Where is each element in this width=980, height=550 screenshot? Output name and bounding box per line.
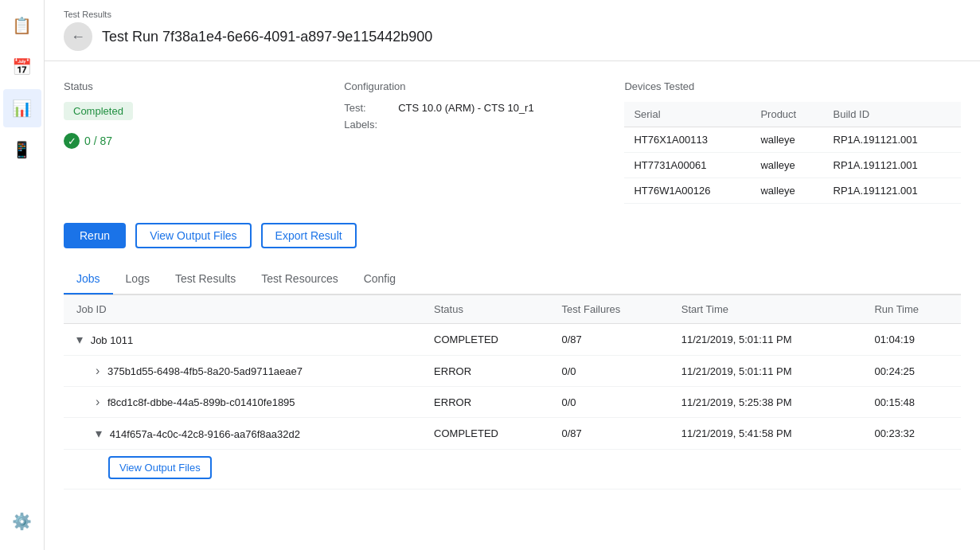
view-output-files-button[interactable]: View Output Files <box>135 223 251 248</box>
status-badge: Completed <box>64 102 133 120</box>
pass-count-row: ✓ 0 / 87 <box>64 133 344 149</box>
device-product: walleye <box>751 178 823 204</box>
config-test-row: Test: CTS 10.0 (ARM) - CTS 10_r1 <box>344 102 624 114</box>
job-failures-cell: 0/0 <box>549 387 669 418</box>
job-id-cell: › 375b1d55-6498-4fb5-8a20-5ad9711aeae7 <box>64 356 421 387</box>
title-row: ← Test Run 7f38a1e4-6e66-4091-a897-9e115… <box>64 22 961 51</box>
info-section: Status Completed ✓ 0 / 87 Configuration … <box>64 80 961 204</box>
device-product: walleye <box>751 153 823 178</box>
tabs-bar: Jobs Logs Test Results Test Resources Co… <box>64 264 961 295</box>
devices-col-product: Product <box>751 102 823 127</box>
sidebar-item-chart[interactable]: 📊 <box>3 89 41 127</box>
devices-col-serial: Serial <box>624 102 751 127</box>
chart-icon: 📊 <box>12 99 32 118</box>
job-failures-cell: 0/87 <box>549 418 669 450</box>
device-build-id: RP1A.191121.001 <box>824 178 962 204</box>
jobs-col-status: Status <box>421 295 549 324</box>
job-id-cell: ▾ Job 1011 <box>64 324 421 356</box>
devices-table: Serial Product Build ID HT76X1A00113 wal… <box>624 102 961 204</box>
devices-table-row: HT76W1A00126 walleye RP1A.191121.001 <box>624 178 961 204</box>
tab-jobs[interactable]: Jobs <box>64 264 113 295</box>
job-id-value: f8cd1c8f-dbbe-44a5-899b-c01410fe1895 <box>107 396 295 408</box>
job-status-cell: ERROR <box>421 356 549 387</box>
device-serial: HT76X1A00113 <box>624 127 751 153</box>
table-row: › f8cd1c8f-dbbe-44a5-899b-c01410fe1895 E… <box>64 387 961 418</box>
job-run-time-cell: 00:23:32 <box>861 418 961 450</box>
breadcrumb: Test Results <box>64 10 961 19</box>
job-run-time-cell: 00:24:25 <box>861 356 961 387</box>
job-start-time-cell: 11/21/2019, 5:25:38 PM <box>669 387 862 418</box>
job-id-value: Job 1011 <box>91 334 134 346</box>
view-output-cell: View Output Files <box>64 450 961 490</box>
settings-icon: ⚙️ <box>12 512 32 531</box>
tab-config[interactable]: Config <box>351 264 408 295</box>
jobs-col-failures: Test Failures <box>549 295 669 324</box>
tab-test-resources[interactable]: Test Resources <box>248 264 350 295</box>
devices-table-row: HT7731A00061 walleye RP1A.191121.001 <box>624 153 961 178</box>
export-result-button[interactable]: Export Result <box>261 223 357 248</box>
expand-icon[interactable]: › <box>96 364 100 377</box>
job-id-cell: ▾ 414f657a-4c0c-42c8-9166-aa76f8aa32d2 <box>64 418 421 450</box>
expand-icon[interactable]: ▾ <box>76 333 83 346</box>
job-run-time-cell: 00:15:48 <box>861 387 961 418</box>
phone-icon: 📱 <box>12 140 32 159</box>
tab-logs[interactable]: Logs <box>113 264 162 295</box>
view-output-files-inline-button[interactable]: View Output Files <box>108 456 212 479</box>
status-label: Status <box>64 80 344 92</box>
job-status-cell: COMPLETED <box>421 324 549 356</box>
table-row: ▾ Job 1011 COMPLETED 0/87 11/21/2019, 5:… <box>64 324 961 356</box>
job-start-time-cell: 11/21/2019, 5:01:11 PM <box>669 324 862 356</box>
action-row: Rerun View Output Files Export Result <box>64 223 961 248</box>
job-run-time-cell: 01:04:19 <box>861 324 961 356</box>
table-row: View Output Files <box>64 450 961 490</box>
calendar-icon: 📅 <box>12 57 32 76</box>
back-button[interactable]: ← <box>64 22 92 51</box>
sidebar-item-settings[interactable]: ⚙️ <box>3 502 41 540</box>
job-id-value: 375b1d55-6498-4fb5-8a20-5ad9711aeae7 <box>107 365 303 377</box>
config-test-value: CTS 10.0 (ARM) - CTS 10_r1 <box>398 102 534 114</box>
config-table: Test: CTS 10.0 (ARM) - CTS 10_r1 Labels: <box>344 102 624 131</box>
job-status-cell: COMPLETED <box>421 418 549 450</box>
table-row: › 375b1d55-6498-4fb5-8a20-5ad9711aeae7 E… <box>64 356 961 387</box>
jobs-col-start: Start Time <box>669 295 862 324</box>
devices-block: Devices Tested Serial Product Build ID H… <box>624 80 961 204</box>
job-failures-cell: 0/0 <box>549 356 669 387</box>
config-labels-row: Labels: <box>344 119 624 131</box>
job-start-time-cell: 11/21/2019, 5:41:58 PM <box>669 418 862 450</box>
job-status-cell: ERROR <box>421 387 549 418</box>
job-id-value: 414f657a-4c0c-42c8-9166-aa76f8aa32d2 <box>110 428 300 440</box>
job-id-cell: › f8cd1c8f-dbbe-44a5-899b-c01410fe1895 <box>64 387 421 418</box>
devices-table-row: HT76X1A00113 walleye RP1A.191121.001 <box>624 127 961 153</box>
device-serial: HT7731A00061 <box>624 153 751 178</box>
device-build-id: RP1A.191121.001 <box>824 153 962 178</box>
config-labels-key: Labels: <box>344 119 392 131</box>
sidebar-item-clipboard[interactable]: 📋 <box>3 6 41 45</box>
header: Test Results ← Test Run 7f38a1e4-6e66-40… <box>45 0 980 61</box>
table-row: ▾ 414f657a-4c0c-42c8-9166-aa76f8aa32d2 C… <box>64 418 961 450</box>
device-build-id: RP1A.191121.001 <box>824 127 962 153</box>
rerun-button[interactable]: Rerun <box>64 223 126 248</box>
clipboard-icon: 📋 <box>12 16 32 35</box>
sidebar-item-phone[interactable]: 📱 <box>3 131 41 169</box>
sidebar: 📋 📅 📊 📱 ⚙️ <box>0 0 45 550</box>
devices-col-build: Build ID <box>824 102 962 127</box>
config-block: Configuration Test: CTS 10.0 (ARM) - CTS… <box>344 80 624 204</box>
config-test-key: Test: <box>344 102 392 114</box>
check-circle-icon: ✓ <box>64 133 80 149</box>
sidebar-item-calendar[interactable]: 📅 <box>3 48 41 86</box>
config-label: Configuration <box>344 80 624 92</box>
jobs-table: Job ID Status Test Failures Start Time R… <box>64 295 961 490</box>
content-area: Status Completed ✓ 0 / 87 Configuration … <box>45 61 980 550</box>
main-content: Test Results ← Test Run 7f38a1e4-6e66-40… <box>45 0 980 550</box>
expand-icon[interactable]: ▾ <box>96 427 102 440</box>
jobs-col-id: Job ID <box>64 295 421 324</box>
device-product: walleye <box>751 127 823 153</box>
job-failures-cell: 0/87 <box>549 324 669 356</box>
expand-icon[interactable]: › <box>96 395 100 408</box>
device-serial: HT76W1A00126 <box>624 178 751 204</box>
page-title: Test Run 7f38a1e4-6e66-4091-a897-9e11544… <box>102 29 432 45</box>
job-start-time-cell: 11/21/2019, 5:01:11 PM <box>669 356 862 387</box>
tab-test-results[interactable]: Test Results <box>162 264 248 295</box>
jobs-col-runtime: Run Time <box>861 295 961 324</box>
pass-count-value: 0 / 87 <box>84 135 112 147</box>
